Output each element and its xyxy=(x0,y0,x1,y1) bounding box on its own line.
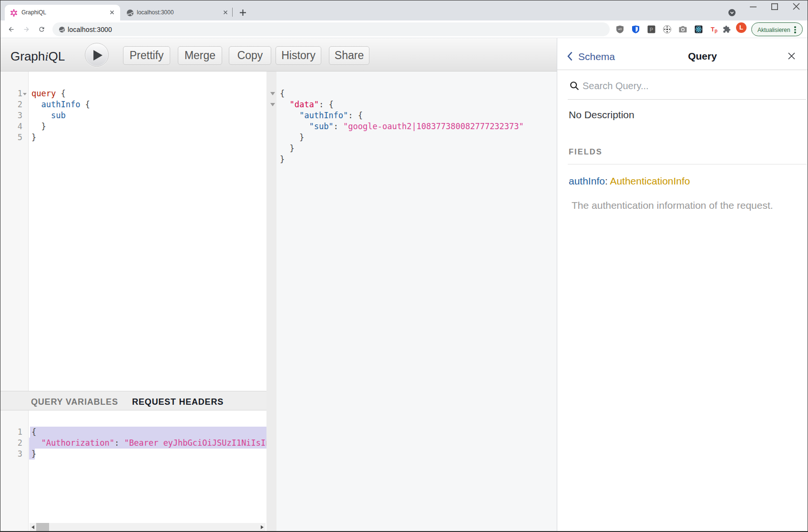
doc-search-input[interactable]: Search Query... xyxy=(583,81,649,92)
code-text: "authInfo": { xyxy=(280,110,363,121)
share-button[interactable]: Share xyxy=(329,46,369,65)
code-text: "Authorization": "Bearer eyJhbGciOiJSUzI… xyxy=(31,438,266,449)
code-line[interactable]: } xyxy=(276,132,567,143)
horizontal-scrollbar[interactable] xyxy=(30,523,266,531)
update-label: Aktualisieren xyxy=(757,27,790,33)
code-line[interactable]: 1{ xyxy=(0,427,266,438)
variables-title-bar: QUERY VARIABLES REQUEST HEADERS xyxy=(0,391,266,410)
code-line[interactable]: 3 sub xyxy=(0,110,266,121)
extension-move-icon[interactable] xyxy=(663,25,671,33)
copy-button[interactable]: Copy xyxy=(229,46,271,65)
code-line[interactable]: } xyxy=(276,143,567,154)
doc-no-description: No Description xyxy=(569,109,634,121)
code-text: } xyxy=(31,121,46,132)
search-icon xyxy=(570,81,579,91)
tab-close-icon[interactable] xyxy=(222,9,229,16)
browser-toolbar: localhost:3000 uO P T p L xyxy=(0,20,808,38)
back-button[interactable] xyxy=(8,26,15,33)
query-code[interactable]: 1query {2 authInfo {3 sub4 }5} xyxy=(0,72,266,143)
request-headers-editor[interactable]: 1{2 "Authorization": "Bearer eyJhbGciOiJ… xyxy=(0,410,266,531)
query-editor[interactable]: 1query {2 authInfo {3 sub4 }5} xyxy=(0,72,266,391)
extension-camera-icon[interactable] xyxy=(679,25,687,33)
extension-p-icon[interactable]: P xyxy=(647,25,655,33)
profile-avatar[interactable]: L xyxy=(736,22,747,33)
code-text: } xyxy=(280,143,295,154)
address-bar[interactable]: localhost:3000 xyxy=(52,22,610,36)
line-number: 3 xyxy=(0,449,22,460)
code-line[interactable]: { xyxy=(276,88,567,99)
tab-graphiql[interactable]: GraphiQL xyxy=(5,5,120,20)
code-text: "sub": "google-oauth2|108377380082777232… xyxy=(280,121,524,132)
url-text: localhost:3000 xyxy=(68,26,112,33)
variables-code[interactable]: 1{2 "Authorization": "Bearer eyJhbGciOiJ… xyxy=(0,410,266,460)
scrollbar-thumb[interactable] xyxy=(36,523,49,531)
tab-localhost[interactable]: localhost:3000 xyxy=(120,5,230,20)
tab-close-icon[interactable] xyxy=(108,9,116,16)
merge-button[interactable]: Merge xyxy=(178,46,222,65)
fold-arrow-icon[interactable] xyxy=(270,103,275,106)
fold-arrow-icon[interactable] xyxy=(23,93,27,95)
site-info-globe-icon[interactable] xyxy=(59,26,65,33)
extension-bitwarden-icon[interactable] xyxy=(632,25,640,33)
result-gutter xyxy=(266,72,276,532)
code-line[interactable]: 5} xyxy=(0,132,266,143)
code-line[interactable]: 3} xyxy=(0,449,266,460)
logo-text: QL xyxy=(49,49,65,63)
doc-explorer-header: Schema Query xyxy=(557,38,808,70)
fields-underline xyxy=(568,164,807,164)
back-chevron-icon[interactable] xyxy=(567,51,573,61)
window-close-button[interactable] xyxy=(793,3,800,10)
fold-arrow-icon[interactable] xyxy=(270,92,275,95)
doc-explorer-panel: Schema Query Search Query... No Descript… xyxy=(557,38,808,532)
code-text: } xyxy=(31,449,36,460)
browser-tab-strip: GraphiQL localhost:3000 xyxy=(0,0,808,20)
logo-text: Graph xyxy=(10,49,45,63)
tab-request-headers[interactable]: REQUEST HEADERS xyxy=(132,397,224,407)
reload-button[interactable] xyxy=(38,26,45,33)
extension-ublock-icon[interactable]: uO xyxy=(616,25,624,33)
extension-react-devtools-icon[interactable] xyxy=(695,25,703,33)
tab-query-variables[interactable]: QUERY VARIABLES xyxy=(31,397,118,407)
field-type-link[interactable]: AuthenticationInfo xyxy=(610,175,690,186)
window-border-top xyxy=(0,0,808,0)
code-text: { xyxy=(31,427,36,438)
history-button[interactable]: History xyxy=(276,46,321,65)
forward-button[interactable] xyxy=(23,26,30,33)
code-line[interactable]: "data": { xyxy=(276,99,567,110)
code-line[interactable]: "authInfo": { xyxy=(276,110,567,121)
doc-back-link[interactable]: Schema xyxy=(578,51,615,62)
window-maximize-button[interactable] xyxy=(771,3,778,10)
logo-italic-i: i xyxy=(45,50,48,63)
scrollbar-right-arrow[interactable] xyxy=(261,525,264,529)
scrollbar-left-arrow[interactable] xyxy=(31,525,34,529)
extension-tp-icon[interactable]: T p xyxy=(710,25,718,33)
svg-text:p: p xyxy=(715,28,717,33)
extensions-puzzle-icon[interactable] xyxy=(723,25,731,33)
prettify-button[interactable]: Prettify xyxy=(123,46,170,65)
result-code: { "data": { "authInfo": { "sub": "google… xyxy=(276,72,567,165)
code-line[interactable]: 4 } xyxy=(0,121,266,132)
line-number: 4 xyxy=(0,121,22,132)
window-minimize-button[interactable] xyxy=(750,6,757,8)
line-number: 1 xyxy=(0,427,22,438)
field-name-link[interactable]: authInfo xyxy=(569,175,605,186)
doc-close-icon[interactable] xyxy=(788,52,795,60)
new-tab-button[interactable] xyxy=(239,9,246,16)
line-number: 5 xyxy=(0,132,22,143)
svg-text:P: P xyxy=(650,27,653,32)
tab-search-button[interactable] xyxy=(728,9,736,16)
execute-query-button[interactable] xyxy=(85,43,109,67)
code-text: } xyxy=(31,132,36,143)
code-line[interactable]: 2 authInfo { xyxy=(0,99,266,110)
browser-update-button[interactable]: Aktualisieren xyxy=(751,22,803,36)
tab-separator xyxy=(232,8,233,17)
code-text: { xyxy=(280,88,285,99)
selection-highlight xyxy=(30,427,266,438)
menu-dots-icon xyxy=(794,31,796,33)
svg-text:uO: uO xyxy=(618,28,622,31)
code-line[interactable]: } xyxy=(276,154,567,165)
code-line[interactable]: 2 "Authorization": "Bearer eyJhbGciOiJSU… xyxy=(0,438,266,449)
menu-dots-icon xyxy=(794,26,796,28)
code-line[interactable]: 1query { xyxy=(0,88,266,99)
code-line[interactable]: "sub": "google-oauth2|108377380082777232… xyxy=(276,121,567,132)
